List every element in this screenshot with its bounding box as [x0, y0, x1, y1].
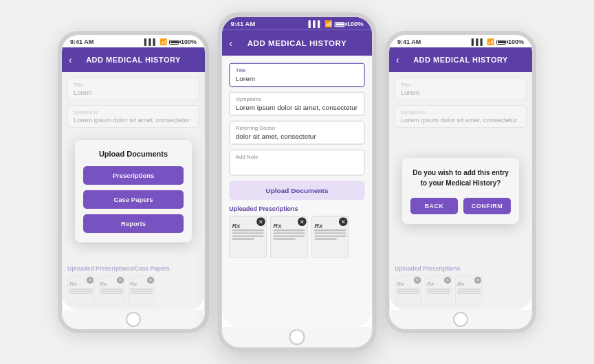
- doctor-value-center: dolor sit amet, consectetur: [236, 133, 359, 141]
- phone-center: 9:41 AM ▌▌▌ 📶 100% ‹ ADD MEDICAL HISTORY…: [218, 12, 377, 352]
- phone-bottom-right: [389, 310, 532, 329]
- upload-documents-btn[interactable]: Upload Documents: [229, 181, 364, 200]
- battery-icon-center: [335, 21, 345, 26]
- phone-right: 9:41 AM ▌▌▌ 📶 100% ‹ ADD MEDICAL HISTORY…: [385, 31, 536, 333]
- home-button-right[interactable]: [453, 312, 468, 327]
- confirm-btn[interactable]: CONFIRM: [463, 198, 511, 214]
- symptoms-label-center: Symptoms: [236, 96, 359, 102]
- phone-bottom-center: [222, 327, 372, 347]
- home-button-center[interactable]: [289, 329, 305, 345]
- back-arrow-center[interactable]: ‹: [229, 37, 241, 49]
- modal-overlay-left: Upload Documents Prescriptions Case Pape…: [62, 72, 205, 310]
- wifi-left: 📶: [160, 38, 167, 45]
- screen-left: Title Lorem Symptoms Lorem ipsum dolor s…: [62, 72, 205, 310]
- upload-modal: Upload Documents Prescriptions Case Pape…: [75, 140, 192, 242]
- wifi-right: 📶: [487, 38, 494, 45]
- note-field-center[interactable]: Add Note: [229, 150, 364, 176]
- symptoms-field-center[interactable]: Symptoms Lorem ipsum dolor sit amet, con…: [229, 92, 364, 116]
- header-title-center: ADD MEDICAL HISTORY: [247, 38, 348, 47]
- status-time-left: 9:41 AM: [70, 38, 94, 45]
- status-bar-left: 9:41 AM ▌▌▌ 📶 100%: [62, 35, 205, 47]
- tline-c3d: [314, 238, 336, 240]
- battery-icon-right: [496, 40, 506, 45]
- tline-c2c: [273, 236, 305, 237]
- symptoms-value-center: Lorem ipsum dolor sit amet, consectetur: [236, 104, 359, 112]
- app-header-right: ‹ ADD MEDICAL HISTORY: [389, 47, 532, 72]
- status-bar-right: 9:41 AM ▌▌▌ 📶 100%: [389, 35, 532, 47]
- confirm-dialog: Do you wish to add this entry to your Me…: [402, 158, 519, 224]
- status-time-right: 9:41 AM: [397, 38, 421, 45]
- status-time-center: 9:41 AM: [230, 21, 255, 28]
- title-value-center: Lorem: [236, 75, 359, 83]
- case-papers-btn[interactable]: Case Papers: [83, 190, 184, 209]
- home-button-left[interactable]: [126, 312, 141, 327]
- confirm-text: Do you wish to add this entry to your Me…: [410, 168, 511, 188]
- confirm-buttons: BACK CONFIRM: [410, 198, 511, 214]
- tline-c3a: [314, 229, 346, 231]
- wifi-center: 📶: [324, 21, 333, 28]
- header-title-right: ADD MEDICAL HISTORY: [412, 56, 509, 64]
- tline-c1d: [232, 238, 254, 240]
- tline-c1a: [232, 229, 264, 231]
- thumb-center-1: ✕ Rx: [229, 216, 267, 258]
- status-bar-center: 9:41 AM ▌▌▌ 📶 100%: [222, 17, 372, 30]
- battery-icon-left: [169, 40, 179, 45]
- thumb-center-3: ✕ Rx: [311, 216, 349, 258]
- uploaded-label-center: Uploaded Prescriptions: [229, 205, 364, 213]
- thumb-close-c3[interactable]: ✕: [339, 217, 348, 226]
- tline-c3b: [314, 233, 346, 234]
- battery-pct-right: 100%: [508, 38, 524, 45]
- signal-right: ▌▌▌: [472, 38, 485, 45]
- app-header-left: ‹ ADD MEDICAL HISTORY: [62, 47, 205, 72]
- confirm-overlay: Do you wish to add this entry to your Me…: [389, 72, 532, 310]
- modal-title: Upload Documents: [83, 150, 184, 158]
- tline-c1c: [232, 236, 264, 237]
- screen-center: Title Lorem Symptoms Lorem ipsum dolor s…: [222, 56, 372, 327]
- doctor-label-center: Referring Doctor: [236, 125, 359, 131]
- back-arrow-left[interactable]: ‹: [69, 54, 80, 65]
- doctor-field-center[interactable]: Referring Doctor dolor sit amet, consect…: [229, 121, 364, 145]
- tline-c2b: [273, 233, 305, 234]
- tline-c3c: [314, 236, 346, 237]
- phone-left: 9:41 AM ▌▌▌ 📶 100% ‹ ADD MEDICAL HISTORY…: [58, 31, 209, 333]
- tline-c2d: [273, 238, 295, 240]
- thumb-row-center: ✕ Rx ✕ Rx: [229, 216, 364, 258]
- header-title-left: ADD MEDICAL HISTORY: [85, 56, 182, 64]
- signal-center: ▌▌▌: [309, 21, 322, 28]
- tline-c2a: [273, 229, 305, 231]
- tline-c1b: [232, 233, 264, 234]
- phones-container: 9:41 AM ▌▌▌ 📶 100% ‹ ADD MEDICAL HISTORY…: [58, 21, 536, 343]
- phone-bottom-left: [62, 310, 205, 329]
- battery-pct-left: 100%: [181, 38, 197, 45]
- thumb-center-2: ✕ Rx: [270, 216, 308, 258]
- title-field-center[interactable]: Title Lorem: [229, 63, 364, 87]
- back-btn[interactable]: BACK: [410, 198, 458, 214]
- prescriptions-btn[interactable]: Prescriptions: [83, 166, 184, 185]
- thumb-close-c2[interactable]: ✕: [298, 217, 307, 226]
- back-arrow-right[interactable]: ‹: [396, 54, 407, 65]
- signal-left: ▌▌▌: [144, 38, 157, 45]
- battery-pct-center: 100%: [346, 21, 363, 28]
- reports-btn[interactable]: Reports: [83, 214, 184, 233]
- note-label-center: Add Note: [236, 154, 359, 160]
- title-label-center: Title: [236, 67, 359, 73]
- app-header-center: ‹ ADD MEDICAL HISTORY: [222, 30, 372, 56]
- screen-right: Title Lorem Symptoms Lorem ipsum dolor s…: [389, 72, 532, 310]
- thumb-close-c1[interactable]: ✕: [256, 217, 265, 226]
